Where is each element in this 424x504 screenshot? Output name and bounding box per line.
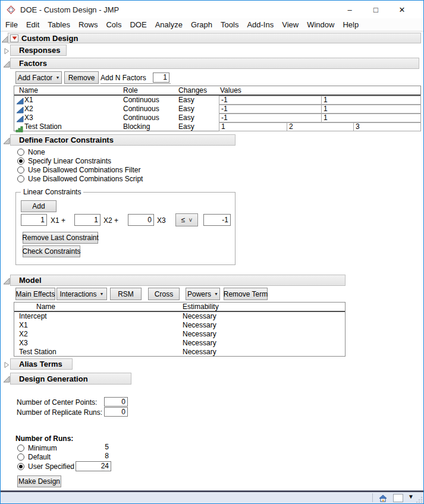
inequality-dropdown[interactable]: ≤ [175,213,198,226]
titlebar[interactable]: DOE - Custom Design - JMP – □ ✕ [1,1,423,18]
factor-value-cell[interactable]: 2 [287,122,354,131]
model-row-test-station[interactable]: Test Station Necessary [14,348,345,357]
interactions-button[interactable]: Interactions [56,288,107,300]
radio-none[interactable]: None [17,148,45,156]
powers-button[interactable]: Powers [186,288,220,300]
model-row-intercept[interactable]: Intercept Necessary [14,312,345,321]
replicate-runs-input[interactable]: 0 [104,407,128,417]
coef-x3-input[interactable]: 0 [128,214,154,226]
remove-factor-button[interactable]: Remove [64,71,99,84]
factor-changes[interactable]: Easy [178,114,194,122]
disclosure-design-generation-icon[interactable] [3,374,10,382]
menu-analyze[interactable]: Analyze [151,18,187,31]
factor-changes[interactable]: Easy [178,105,194,114]
close-button[interactable]: ✕ [389,1,415,18]
menu-tables[interactable]: Tables [43,18,74,31]
section-model[interactable]: Model [10,275,346,286]
make-design-button[interactable]: Make Design [17,475,61,487]
model-term-estimability[interactable]: Necessary [183,348,216,357]
factor-value-cell[interactable]: -1 [219,96,322,105]
radio-runs-default[interactable]: Default [17,453,51,461]
factor-changes[interactable]: Easy [178,96,194,105]
disclosure-constraints-icon[interactable] [3,136,10,143]
remove-term-button[interactable]: Remove Term [224,288,268,300]
model-row-x1[interactable]: X1 Necessary [14,321,345,330]
factor-changes[interactable]: Easy [178,122,194,131]
factor-value-cell[interactable]: -1 [219,114,322,122]
remove-last-constraint-label: Remove Last Constraint [22,234,99,242]
status-dropdown-icon[interactable]: ▼ [408,493,414,500]
minimize-button[interactable]: – [337,1,363,18]
home-icon[interactable] [379,494,387,504]
user-runs-input[interactable]: 24 [76,461,111,471]
cross-button[interactable]: Cross [148,288,180,300]
center-points-input[interactable]: 0 [104,397,128,407]
red-triangle-menu-icon[interactable] [10,34,18,42]
model-term-name: Intercept [19,312,47,321]
model-term-estimability[interactable]: Necessary [183,312,216,321]
section-factors[interactable]: Factors [10,58,419,69]
factor-value-cell[interactable]: 1 [219,122,287,131]
model-row-x3[interactable]: X3 Necessary [14,339,345,348]
model-row-x2[interactable]: X2 Necessary [14,330,345,339]
menu-window[interactable]: Window [303,18,338,31]
factor-role[interactable]: Continuous [123,114,159,122]
factor-value-cell[interactable]: 3 [353,122,421,131]
section-custom-design[interactable]: Custom Design [8,33,421,43]
rsm-button[interactable]: RSM [110,288,142,300]
disclosure-model-icon[interactable] [3,276,10,284]
factor-row-x1[interactable]: X1 Continuous Easy -1 1 [14,96,420,105]
coef-x2-input[interactable]: 1 [74,214,100,226]
factor-row-x2[interactable]: X2 Continuous Easy -1 1 [14,105,420,114]
linear-constraints-legend: Linear Constraints [21,188,83,196]
coef-x1-input[interactable]: 1 [21,214,47,226]
radio-runs-minimum[interactable]: Minimum [17,444,57,452]
menu-addins[interactable]: Add-Ins [243,18,278,31]
maximize-button[interactable]: □ [363,1,389,18]
factor-role[interactable]: Continuous [123,105,159,114]
factor-role[interactable]: Blocking [123,122,150,131]
factor-value-cell[interactable]: 1 [321,114,421,122]
factor-value-cell[interactable]: -1 [219,105,322,114]
disclosure-alias-terms-icon[interactable] [3,360,10,367]
disclosure-responses-icon[interactable] [3,46,10,53]
menu-edit[interactable]: Edit [22,18,43,31]
section-constraints[interactable]: Define Factor Constraints [10,134,235,146]
radio-disallowed-script[interactable]: Use Disallowed Combinations Script [17,175,143,183]
resize-grip[interactable] [416,496,423,503]
menu-cols[interactable]: Cols [102,18,125,31]
model-term-estimability[interactable]: Necessary [183,339,216,348]
add-factor-button[interactable]: Add Factor [15,71,62,84]
constraint-bound-input[interactable]: -1 [203,214,231,226]
factor-value-cell[interactable]: 1 [321,105,421,114]
menu-help[interactable]: Help [338,18,363,31]
section-responses[interactable]: Responses [10,45,67,56]
interactions-label: Interactions [60,290,97,298]
menu-rows[interactable]: Rows [74,18,102,31]
cross-label: Cross [155,290,173,298]
radio-disallowed-filter[interactable]: Use Disallowed Combinations Filter [17,166,140,174]
model-term-estimability[interactable]: Necessary [183,321,216,330]
radio-runs-user-specified[interactable]: User Specified [17,462,74,471]
disclosure-factors-icon[interactable] [3,59,10,67]
radio-circle-icon [17,149,24,156]
menu-view[interactable]: View [278,18,303,31]
add-n-factors-input[interactable]: 1 [153,73,169,83]
menu-doe[interactable]: DOE [125,18,150,31]
model-term-estimability[interactable]: Necessary [183,330,216,339]
main-effects-button[interactable]: Main Effects [15,288,55,300]
check-constraints-button[interactable]: Check Constraints [23,245,80,257]
section-alias-terms[interactable]: Alias Terms [10,358,73,370]
radio-specify-linear-constraints[interactable]: Specify Linear Constraints [17,157,111,165]
section-design-generation[interactable]: Design Generation [10,373,131,385]
factor-role[interactable]: Continuous [123,96,159,105]
remove-last-constraint-button[interactable]: Remove Last Constraint [23,232,98,244]
add-constraint-button[interactable]: Add [21,200,56,212]
factor-row-x3[interactable]: X3 Continuous Easy -1 1 [14,114,420,122]
menu-graph[interactable]: Graph [187,18,216,31]
window-list-box-icon[interactable] [393,494,403,502]
menu-tools[interactable]: Tools [216,18,243,31]
factor-value-cell[interactable]: 1 [321,96,421,105]
menu-file[interactable]: File [1,18,22,31]
factor-row-test-station[interactable]: Test Station Blocking Easy 1 2 3 [14,122,420,131]
